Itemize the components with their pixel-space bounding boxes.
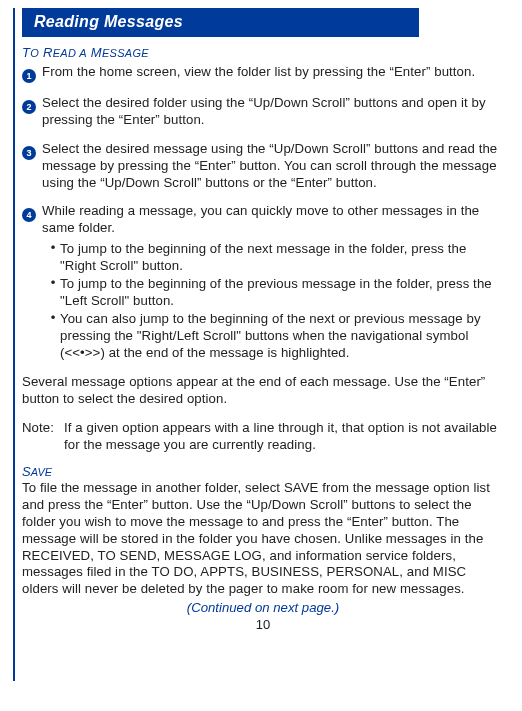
step-row: 3Select the desired message using the “U…	[22, 141, 504, 192]
page-number: 10	[22, 617, 504, 632]
sub-item: •You can also jump to the beginning of t…	[46, 311, 504, 362]
sub-item-text: To jump to the beginning of the previous…	[60, 276, 504, 310]
step-text: While reading a message, you can quickly…	[42, 203, 504, 362]
sub-item: •To jump to the beginning of the previou…	[46, 276, 504, 310]
header-block: Reading Messages	[22, 8, 419, 37]
section-save-heading: SAVE	[22, 464, 504, 479]
step-text: Select the desired message using the “Up…	[42, 141, 504, 192]
bullet-dot-icon: •	[46, 276, 60, 291]
step-bullet-icon: 2	[22, 96, 42, 114]
step-text: Select the desired folder using the “Up/…	[42, 95, 504, 129]
header-title: Reading Messages	[24, 10, 419, 35]
bullet-dot-icon: •	[46, 241, 60, 256]
step-row: 1From the home screen, view the folder l…	[22, 64, 504, 83]
step-bullet-icon: 3	[22, 142, 42, 160]
continued-label: (Continued on next page.)	[22, 600, 504, 615]
note-label: Note:	[22, 420, 64, 454]
sub-item-text: To jump to the beginning of the next mes…	[60, 241, 504, 275]
note-text: If a given option appears with a line th…	[64, 420, 504, 454]
step-bullet-icon: 1	[22, 65, 42, 83]
save-paragraph: To file the message in another folder, s…	[22, 480, 504, 598]
step-row: 4While reading a message, you can quickl…	[22, 203, 504, 362]
step-row: 2Select the desired folder using the “Up…	[22, 95, 504, 129]
section-read-heading: TO READ A MESSAGE	[22, 45, 504, 60]
note-row: Note: If a given option appears with a l…	[22, 420, 504, 454]
sub-item-text: You can also jump to the beginning of th…	[60, 311, 504, 362]
step-text: From the home screen, view the folder li…	[42, 64, 504, 81]
sub-item: •To jump to the beginning of the next me…	[46, 241, 504, 275]
page-content: Reading Messages TO READ A MESSAGE 1From…	[0, 0, 522, 632]
step-bullet-icon: 4	[22, 204, 42, 222]
read-after-paragraph: Several message options appear at the en…	[22, 374, 504, 408]
bullet-dot-icon: •	[46, 311, 60, 326]
left-margin-rule	[13, 8, 15, 681]
step-sublist: •To jump to the beginning of the next me…	[46, 241, 504, 361]
